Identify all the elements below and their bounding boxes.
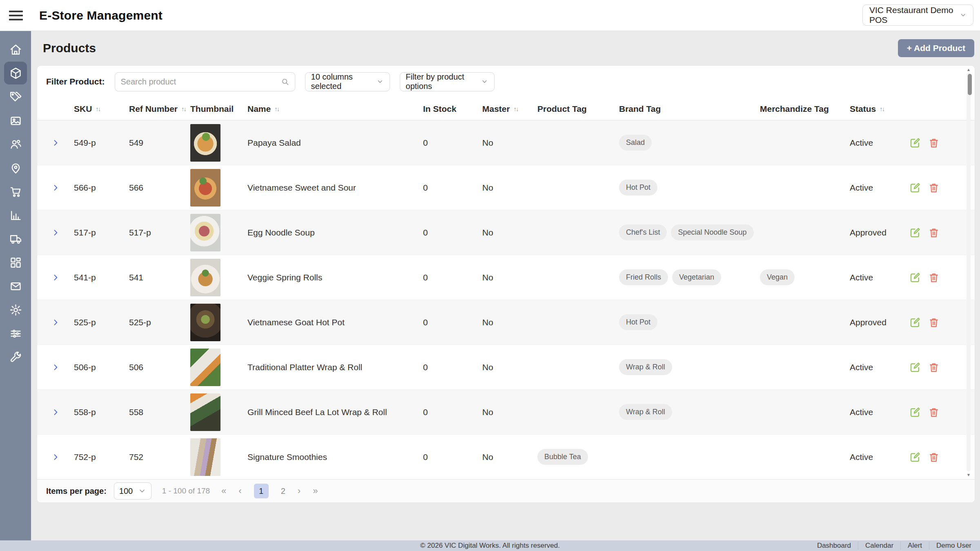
filter-bar: Filter Product: 10 columns selected Filt… [37,66,975,98]
expand-row-button[interactable] [37,139,74,147]
sidebar-item-apps[interactable] [4,251,27,274]
expand-row-button[interactable] [37,453,74,461]
delete-icon[interactable] [928,227,940,239]
cell-in-stock: 0 [423,273,482,282]
sidebar-item-home[interactable] [4,38,27,61]
items-per-page-label: Items per page: [46,487,107,496]
edit-icon[interactable] [909,271,921,284]
first-page-button[interactable]: « [221,486,226,496]
sidebar-item-customers[interactable] [4,133,27,156]
delete-icon[interactable] [928,406,940,418]
edit-icon[interactable] [909,406,921,418]
vertical-scrollbar[interactable]: ▲ ▼ [965,67,972,477]
hamburger-menu-icon[interactable] [9,9,25,22]
sort-icon[interactable]: ↑↓ [274,105,279,112]
next-page-button[interactable]: › [298,486,301,496]
product-thumbnail [190,214,220,251]
cell-in-stock: 0 [423,228,482,238]
edit-icon[interactable] [909,361,921,373]
chevron-right-icon [51,408,60,416]
delete-icon[interactable] [928,271,940,284]
cell-ref: 517-p [129,228,190,238]
product-thumbnail [190,393,220,431]
edit-icon[interactable] [909,137,921,149]
sidebar-item-messages[interactable] [4,275,27,298]
cell-status: Active [850,273,909,282]
edit-icon[interactable] [909,451,921,463]
edit-icon[interactable] [909,227,921,239]
brand-tag: Wrap & Roll [619,404,672,420]
delete-icon[interactable] [928,361,940,373]
expand-row-button[interactable] [37,229,74,237]
sort-icon[interactable]: ↑↓ [880,105,884,112]
cell-ref: 558 [129,407,190,417]
sidebar-item-reports[interactable] [4,204,27,227]
chevron-right-icon [51,363,60,371]
store-selector-dropdown[interactable]: VIC Restaurant Demo POS [862,4,973,26]
search-input[interactable] [115,72,295,91]
merchandize-tag: Vegan [760,269,795,285]
sidebar-item-tags[interactable] [4,85,27,108]
prev-page-button[interactable]: ‹ [238,486,241,496]
scrollbar-track[interactable] [967,73,971,471]
pagination-range: 1 - 100 of 178 [162,487,210,495]
sidebar-item-products[interactable] [4,62,27,84]
expand-row-button[interactable] [37,184,74,192]
delete-icon[interactable] [928,137,940,149]
filter-product-label: Filter Product: [46,77,105,87]
footer-link-alert[interactable]: Alert [900,542,929,550]
home-icon [9,43,22,56]
edit-icon[interactable] [909,182,921,194]
sidebar-item-locations[interactable] [4,156,27,179]
delete-icon[interactable] [928,451,940,463]
table-row: 506-p 506 Traditional Platter Wrap & Rol… [37,345,975,390]
cell-sku: 525-p [74,318,129,327]
sidebar-item-tools[interactable] [4,346,27,369]
cell-master: No [482,362,537,372]
expand-row-button[interactable] [37,318,74,327]
sidebar-item-delivery[interactable] [4,227,27,250]
expand-row-button[interactable] [37,408,74,416]
page-number-2[interactable]: 2 [281,487,285,496]
brand-tag: Special Noodle Soup [671,224,753,240]
sidebar-item-preferences[interactable] [4,322,27,345]
cell-ref: 549 [129,138,190,148]
delete-icon[interactable] [928,316,940,329]
expand-row-button[interactable] [37,273,74,282]
bar-chart-icon [9,209,22,222]
sort-icon[interactable]: ↑↓ [514,105,518,112]
edit-icon[interactable] [909,316,921,329]
cell-ref: 525-p [129,318,190,327]
columns-selected-value: 10 columns selected [311,72,376,91]
sort-icon[interactable]: ↑↓ [96,105,100,112]
cell-name: Vietnamese Goat Hot Pot [247,318,423,327]
expand-row-button[interactable] [37,363,74,371]
page-number-1[interactable]: 1 [254,484,269,498]
footer-link-demo-user[interactable]: Demo User [929,542,978,550]
table-row: 752-p 752 Signature Smoothies 0 No Bubbl… [37,435,975,480]
last-page-button[interactable]: » [313,486,318,496]
table-row: 549-p 549 Papaya Salad 0 No Salad Active [37,120,975,165]
columns-selected-dropdown[interactable]: 10 columns selected [305,72,390,91]
cell-master: No [482,183,537,193]
scroll-up-icon[interactable]: ▲ [965,67,972,72]
footer-link-calendar[interactable]: Calendar [858,542,900,550]
sidebar-item-media[interactable] [4,109,27,132]
items-per-page-select[interactable]: 100 [114,482,151,500]
sort-icon[interactable]: ↑↓ [181,105,186,112]
image-icon [9,114,22,127]
cell-master: No [482,273,537,282]
cell-in-stock: 0 [423,452,482,462]
delete-icon[interactable] [928,182,940,194]
brand-tag: Vegetarian [672,269,721,285]
add-product-button[interactable]: + Add Product [898,39,974,57]
sidebar-item-orders[interactable] [4,180,27,203]
scroll-down-icon[interactable]: ▼ [965,473,972,477]
chevron-down-icon [960,11,967,19]
page-title: Products [43,41,96,55]
product-options-filter-dropdown[interactable]: Filter by product options [400,72,494,91]
sidebar-item-settings[interactable] [4,298,27,321]
footer-link-dashboard[interactable]: Dashboard [810,542,858,550]
chevron-down-icon [376,78,384,86]
scrollbar-thumb[interactable] [968,74,972,95]
